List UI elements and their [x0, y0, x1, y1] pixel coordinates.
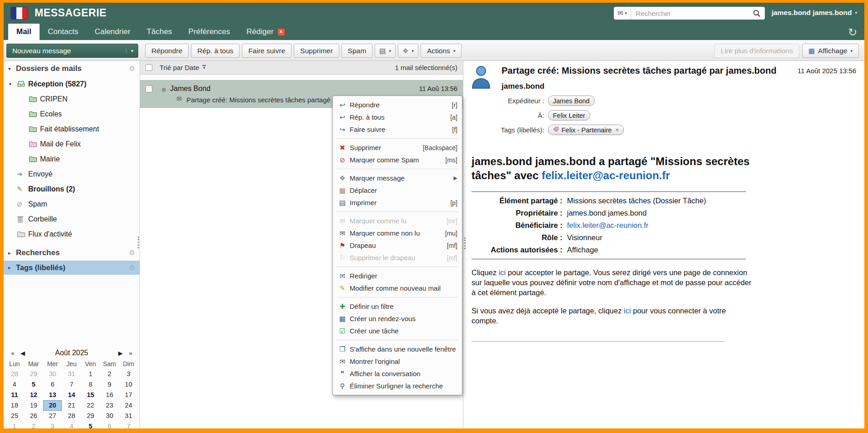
menu-item-deplacer[interactable]: ▦Déplacer	[333, 184, 462, 196]
calendar-day[interactable]: 13	[43, 390, 62, 400]
menu-item-eliminer-surligner-la-recherche[interactable]: ⚲Éliminer Surligner la recherche	[333, 380, 462, 392]
calendar-day[interactable]: 16	[100, 390, 119, 400]
folder-item-reception-5827[interactable]: ▾Réception (5827)	[4, 76, 140, 91]
menu-item-marquer-message[interactable]: ❖Marquer message▶	[333, 172, 462, 184]
calendar-day[interactable]: 2	[100, 369, 119, 379]
folder-item-cripen[interactable]: CRIPEN	[4, 91, 140, 106]
refresh-icon[interactable]: ↻	[848, 26, 857, 39]
menu-item-montrer-l-original[interactable]: ✉Montrer l'original	[333, 355, 462, 368]
folder-item-envoye[interactable]: ➔Envoyé	[4, 166, 140, 181]
calendar-day[interactable]: 5	[81, 421, 100, 428]
accept-link[interactable]: ici	[499, 268, 506, 277]
calendar-day[interactable]: 26	[24, 411, 43, 421]
close-tab-icon[interactable]: ×	[277, 28, 285, 36]
beneficiary-link[interactable]: felix.leiter@ac-reunion.fr	[567, 219, 648, 232]
select-all-checkbox[interactable]	[146, 64, 152, 71]
folder-item-mail-de-felix[interactable]: Mail de Felix	[4, 136, 140, 151]
new-message-button[interactable]: Nouveau message ▾	[6, 44, 138, 58]
calendar-day[interactable]: 22	[81, 400, 100, 411]
user-menu[interactable]: james.bond james.bond ▾	[772, 9, 857, 17]
searches-header[interactable]: ▸ Recherches ⚙	[4, 245, 140, 261]
calendar-day[interactable]: 30	[43, 369, 62, 379]
calendar-day[interactable]: 21	[62, 400, 81, 411]
spam-button[interactable]: Spam	[341, 44, 373, 58]
search-icon[interactable]	[749, 10, 765, 17]
folder-item-spam[interactable]: ⊘Spam	[4, 196, 140, 211]
calendar-day[interactable]: 7	[62, 379, 81, 390]
menu-item-supprimer-le-drapeau[interactable]: ⚐Supprimer le drapeau[mf]	[333, 252, 462, 264]
calendar-day[interactable]: 4	[5, 379, 24, 390]
calendar-day[interactable]: 19	[24, 400, 43, 411]
tags-header[interactable]: ▸ Tags (libellés) ⚙	[4, 261, 140, 275]
to-chip[interactable]: Felix Leiter	[548, 110, 590, 121]
calendar-day[interactable]: 29	[24, 369, 43, 379]
forward-button[interactable]: Faire suivre	[242, 44, 291, 58]
calendar-day[interactable]: 23	[100, 400, 119, 411]
calendar-day[interactable]: 4	[62, 421, 81, 428]
calendar-day[interactable]: 15	[81, 390, 100, 400]
calendar-day[interactable]: 3	[43, 421, 62, 428]
menu-item-supprimer[interactable]: ✖Supprimer[Backspace]	[333, 141, 462, 154]
menu-item-rep-a-tous[interactable]: ↩Rép. à tous[a]	[333, 111, 462, 123]
calendar-day[interactable]: 2	[24, 421, 43, 428]
calendar-day[interactable]: 18	[5, 400, 24, 411]
tab-preferences[interactable]: Préférences	[180, 24, 238, 40]
menu-item-faire-suivre[interactable]: ↪Faire suivre[f]	[333, 123, 462, 136]
calendar-day[interactable]: 9	[100, 379, 119, 390]
menu-item-repondre[interactable]: ↩Répondre[r]	[333, 99, 462, 111]
tab-calendrier[interactable]: Calendrier	[86, 24, 138, 40]
folder-item-ecoles[interactable]: Ecoles	[4, 106, 140, 121]
folder-item-brouillons-2[interactable]: ✎Brouillons (2)	[4, 181, 140, 196]
calendar-day[interactable]: 6	[100, 421, 119, 428]
display-button[interactable]: ▦ Affichage ▾	[802, 44, 859, 58]
calendar-day[interactable]: 7	[119, 421, 138, 428]
remove-tag-icon[interactable]: ×	[615, 126, 619, 133]
calendar-day[interactable]: 28	[5, 369, 24, 379]
folder-item-mairie[interactable]: Mairie	[4, 151, 140, 166]
calendar-day[interactable]: 17	[119, 390, 138, 400]
delete-button[interactable]: Supprimer	[294, 44, 339, 58]
calendar-prev-button[interactable]: ◀	[18, 350, 28, 357]
calendar-last-button[interactable]: »	[125, 350, 135, 357]
calendar-day[interactable]: 20	[43, 400, 62, 411]
tab-contacts[interactable]: Contacts	[40, 24, 86, 40]
menu-item-marquer-comme-non-lu[interactable]: ✉Marquer comme non lu[mu]	[333, 227, 462, 239]
calendar-day[interactable]: 14	[62, 390, 81, 400]
search-box[interactable]: ✉ ▾	[614, 7, 765, 20]
folder-item-corbeille[interactable]: Corbeille	[4, 211, 140, 227]
folder-item-flux-d-activite[interactable]: Flux d'activité	[4, 227, 140, 242]
gear-icon[interactable]: ⚙	[129, 249, 135, 257]
calendar-day[interactable]: 5	[24, 379, 43, 390]
share-recipient-link[interactable]: felix.leiter@ac-reunion.fr	[542, 169, 670, 181]
calendar-day[interactable]: 1	[5, 421, 24, 428]
calendar-day[interactable]: 31	[119, 411, 138, 421]
calendar-day[interactable]: 10	[119, 379, 138, 390]
sort-by-date-button[interactable]: Trié par Date ▼	[160, 64, 206, 71]
calendar-day[interactable]: 24	[119, 400, 138, 411]
calendar-day[interactable]: 30	[100, 411, 119, 421]
tab-mail[interactable]: Mail	[8, 24, 40, 40]
calendar-day[interactable]: 11	[5, 390, 24, 400]
mail-folders-header[interactable]: ▾ Dossiers de mails ⚙	[4, 61, 140, 76]
gear-icon[interactable]: ⚙	[129, 264, 135, 272]
connect-link[interactable]: ici	[624, 307, 631, 315]
reply-button[interactable]: Répondre	[145, 44, 189, 58]
menu-item-afficher-la-conversation[interactable]: ❞Afficher la conversation	[333, 368, 462, 380]
menu-item-s-affiche-dans-une-nouvelle-fenetre[interactable]: ❐S'affiche dans une nouvelle fenêtre	[333, 343, 462, 355]
calendar-day[interactable]: 28	[62, 411, 81, 421]
calendar-day[interactable]: 27	[43, 411, 62, 421]
read-status-icon[interactable]	[162, 88, 166, 92]
search-scope-button[interactable]: ✉ ▾	[614, 7, 631, 20]
menu-item-marquer-comme-lu[interactable]: ✉Marquer comme lu[mr]	[333, 215, 462, 227]
menu-item-rediriger[interactable]: ✉Rediriger	[333, 270, 462, 282]
calendar-day[interactable]: 8	[81, 379, 100, 390]
menu-item-drapeau[interactable]: ⚑Drapeau[mf]	[333, 239, 462, 252]
calendar-day[interactable]: 1	[81, 369, 100, 379]
tag-chip[interactable]: Felix - Partenaire ×	[548, 125, 624, 135]
menu-item-marquer-comme-spam[interactable]: ⊘Marquer comme Spam[ms]	[333, 154, 462, 166]
chevron-down-icon[interactable]: ▾	[9, 81, 17, 86]
search-input[interactable]	[631, 10, 749, 17]
calendar-day[interactable]: 3	[119, 369, 138, 379]
calendar-day[interactable]: 6	[43, 379, 62, 390]
menu-item-definir-un-filtre[interactable]: ✚Définir un filtre	[333, 300, 462, 312]
